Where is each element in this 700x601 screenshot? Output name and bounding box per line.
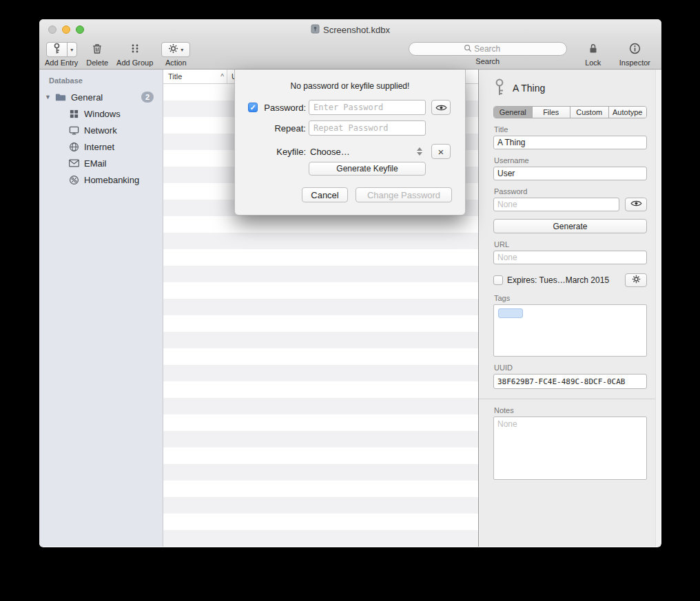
generate-password-button[interactable]: Generate bbox=[493, 219, 647, 233]
entry-title: A Thing bbox=[513, 83, 545, 94]
show-password-button[interactable] bbox=[625, 198, 647, 211]
sidebar-item-windows[interactable]: Windows bbox=[39, 105, 163, 122]
windows-icon bbox=[68, 108, 79, 119]
key-icon bbox=[52, 43, 62, 56]
lock-label: Lock bbox=[585, 59, 601, 67]
entry-count-badge: 2 bbox=[141, 92, 154, 103]
lock-button[interactable] bbox=[585, 42, 601, 57]
add-entry-button[interactable] bbox=[46, 42, 68, 57]
keyfile-popup-value: Choose… bbox=[310, 147, 350, 157]
url-field-label: URL bbox=[494, 240, 647, 249]
add-group-label: Add Group bbox=[116, 59, 153, 67]
inspector-button[interactable] bbox=[626, 42, 644, 57]
notes-field[interactable] bbox=[493, 417, 647, 480]
sidebar: Database ▼ General 2 Windows bbox=[39, 70, 163, 547]
inspector-tabs: General Files Custom Autotype bbox=[493, 106, 647, 118]
folder-icon bbox=[55, 92, 66, 103]
keyfile-popup[interactable]: Choose… bbox=[309, 147, 426, 157]
clear-icon: × bbox=[438, 146, 444, 158]
chevron-down-icon: ▾ bbox=[181, 47, 183, 53]
add-entry-dropdown-button[interactable]: ▾ bbox=[67, 42, 77, 57]
password-field[interactable] bbox=[493, 198, 619, 211]
password-checkbox[interactable]: ✓ bbox=[248, 103, 258, 112]
clear-keyfile-button[interactable]: × bbox=[431, 144, 451, 159]
toolbar-item-add-group: Add Group bbox=[116, 42, 153, 67]
toolbar-item-search: Search bbox=[409, 42, 567, 65]
gear-icon bbox=[632, 275, 641, 286]
toolbar-item-delete: Delete bbox=[86, 42, 108, 67]
sidebar-item-network[interactable]: Network bbox=[39, 122, 163, 138]
add-entry-label: Add Entry bbox=[45, 59, 78, 67]
search-field[interactable] bbox=[409, 42, 567, 56]
cancel-button[interactable]: Cancel bbox=[302, 187, 348, 202]
change-password-button[interactable]: Change Password bbox=[356, 187, 452, 202]
sidebar-item-internet[interactable]: Internet bbox=[39, 138, 163, 155]
username-field[interactable] bbox=[493, 167, 647, 180]
screen: Screenshot.kdbx ▾ Add Entry bbox=[0, 0, 700, 601]
sidebar-item-label: EMail bbox=[84, 158, 107, 169]
sidebar-item-label: Windows bbox=[84, 109, 121, 119]
info-icon bbox=[629, 43, 641, 56]
minimize-button[interactable] bbox=[62, 25, 70, 34]
password-row: ✓ Password: bbox=[248, 99, 465, 116]
toolbar-item-action: ▾ Action bbox=[161, 42, 190, 67]
dialog-buttons: Cancel Change Password bbox=[302, 187, 465, 202]
envelope-icon bbox=[68, 158, 79, 169]
search-input[interactable] bbox=[474, 44, 511, 54]
action-button[interactable]: ▾ bbox=[161, 42, 190, 57]
dialog-message: No password or keyfile supplied! bbox=[235, 81, 465, 91]
expires-options-button[interactable] bbox=[625, 273, 647, 287]
search-icon bbox=[464, 43, 472, 55]
search-label: Search bbox=[475, 57, 500, 65]
disclosure-triangle-icon[interactable]: ▼ bbox=[45, 94, 55, 101]
change-password-dialog: No password or keyfile supplied! ✓ Passw… bbox=[234, 70, 466, 215]
key-icon bbox=[493, 78, 506, 98]
sidebar-item-email[interactable]: EMail bbox=[39, 155, 163, 171]
generate-keyfile-button[interactable]: Generate Keyfile bbox=[309, 162, 426, 176]
inspector-panel: A Thing General Files Custom Autotype Ti… bbox=[479, 70, 661, 547]
toolbar-right-group: Search Lock Insp bbox=[409, 42, 650, 67]
vertical-scrollbar[interactable] bbox=[655, 70, 661, 547]
toolbar-item-lock: Lock bbox=[585, 42, 601, 67]
trash-icon bbox=[92, 43, 103, 56]
checkmark-icon: ✓ bbox=[249, 103, 256, 112]
tab-custom[interactable]: Custom bbox=[570, 107, 609, 118]
add-group-button[interactable] bbox=[127, 42, 143, 57]
repeat-label: Repeat: bbox=[260, 123, 306, 134]
url-field[interactable] bbox=[493, 251, 647, 264]
show-password-button[interactable] bbox=[431, 100, 451, 115]
window-title-group: Screenshot.kdbx bbox=[311, 24, 390, 36]
lock-icon bbox=[588, 43, 599, 56]
popup-stepper-icon bbox=[417, 147, 422, 156]
toolbar-item-add-entry: ▾ Add Entry bbox=[45, 42, 78, 67]
sidebar-item-general[interactable]: ▼ General 2 bbox=[39, 89, 163, 105]
tab-general[interactable]: General bbox=[494, 107, 533, 118]
sidebar-item-label: Network bbox=[84, 125, 117, 136]
tags-field[interactable] bbox=[493, 304, 647, 357]
inspector-label: Inspector bbox=[619, 59, 650, 67]
sidebar-item-homebanking[interactable]: Homebanking bbox=[39, 171, 163, 188]
delete-button[interactable] bbox=[89, 42, 105, 57]
toolbar-item-inspector: Inspector bbox=[619, 42, 650, 67]
entry-header: A Thing bbox=[493, 79, 647, 97]
title-field[interactable] bbox=[493, 136, 647, 149]
traffic-lights bbox=[48, 25, 84, 34]
keyfile-row: Keyfile: Choose… × bbox=[248, 143, 465, 160]
delete-label: Delete bbox=[86, 59, 108, 67]
tag-token[interactable] bbox=[498, 308, 523, 318]
tab-files[interactable]: Files bbox=[533, 107, 571, 118]
repeat-password-input[interactable] bbox=[309, 120, 426, 136]
group-icon bbox=[130, 43, 141, 56]
sidebar-item-label: General bbox=[71, 92, 103, 103]
zoom-button[interactable] bbox=[76, 25, 84, 34]
gear-icon bbox=[168, 43, 178, 56]
close-button[interactable] bbox=[48, 25, 56, 34]
password-input[interactable] bbox=[309, 100, 426, 115]
column-header-title[interactable]: Title ^ bbox=[163, 70, 227, 83]
app-window: Screenshot.kdbx ▾ Add Entry bbox=[39, 19, 661, 547]
uuid-field[interactable] bbox=[493, 374, 647, 389]
sidebar-item-label: Internet bbox=[84, 142, 114, 152]
eye-icon bbox=[435, 102, 447, 114]
tab-autotype[interactable]: Autotype bbox=[609, 107, 647, 118]
expires-checkbox[interactable] bbox=[493, 275, 503, 285]
